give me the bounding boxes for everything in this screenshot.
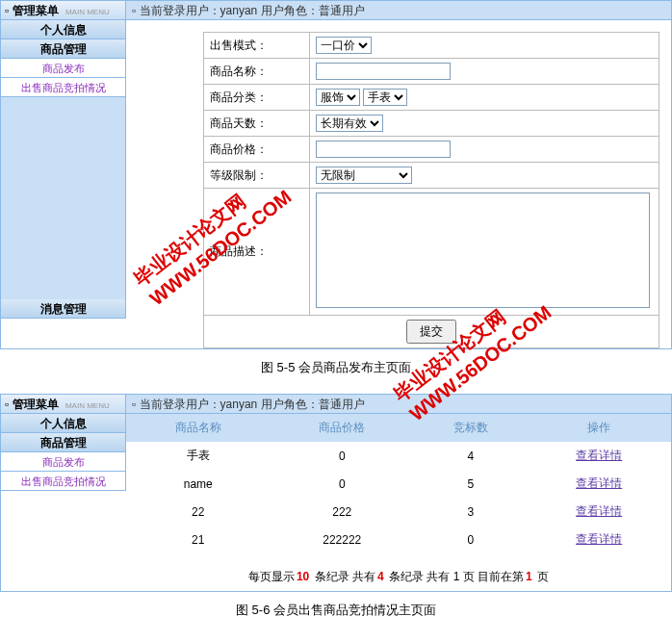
sidebar-2: ▫ 管理菜单 MAIN MENU 个人信息 商品管理 商品发布 出售商品竞拍情况 [1, 395, 126, 491]
label-price: 商品价格： [204, 137, 310, 163]
label-category: 商品分类： [204, 85, 310, 111]
category2-select[interactable]: 手表 [363, 89, 407, 106]
data-table: 商品名称 商品价格 竞标数 操作 手表04查看详情 name05查看详情 222… [126, 414, 671, 553]
table-row: 212222220查看详情 [126, 526, 671, 553]
sidebar-subtitle: MAIN MENU [65, 8, 110, 16]
screenshot-publish: ▫ 管理菜单 MAIN MENU 个人信息 商品管理 商品发布 出售商品竞拍情况… [0, 0, 672, 349]
days-select[interactable]: 长期有效 [316, 115, 383, 132]
table-row: 手表04查看详情 [126, 442, 671, 470]
label-desc: 商品描述： [204, 189, 310, 316]
label-days: 商品天数： [204, 111, 310, 137]
level-select[interactable]: 无限制 [316, 167, 412, 184]
desc-textarea[interactable] [316, 193, 650, 308]
form-table: 出售模式： 一口价 商品名称： 商品分类： 服饰 手表 商品天数： 长期有效 商… [203, 32, 659, 348]
detail-link[interactable]: 查看详情 [576, 532, 622, 546]
price-input[interactable] [316, 141, 451, 158]
sale-mode-select[interactable]: 一口价 [316, 37, 372, 54]
th-op: 操作 [527, 414, 671, 442]
sidebar-header: ▫ 管理菜单 MAIN MENU [1, 1, 125, 20]
detail-link[interactable]: 查看详情 [576, 504, 622, 518]
checkbox-icon: ▫ [5, 398, 9, 411]
detail-link[interactable]: 查看详情 [576, 476, 622, 490]
sidebar-item-auction[interactable]: 出售商品竞拍情况 [1, 78, 125, 97]
sidebar-item-personal[interactable]: 个人信息 [1, 20, 125, 39]
th-price: 商品价格 [271, 414, 415, 442]
pager: 每页显示10 条纪录 共有4 条纪录 共有 1 页 目前在第1 页 [126, 553, 671, 591]
th-name: 商品名称 [126, 414, 271, 442]
checkbox-icon: ▫ [5, 4, 9, 17]
table-header-row: 商品名称 商品价格 竞标数 操作 [126, 414, 671, 442]
status-text: 当前登录用户：yanyan 用户角色：普通用户 [140, 4, 365, 17]
label-sale-mode: 出售模式： [204, 33, 310, 59]
sidebar-gap [1, 97, 125, 299]
status-bar: ▫ 当前登录用户：yanyan 用户角色：普通用户 [126, 1, 671, 20]
sidebar-item-publish[interactable]: 商品发布 [1, 59, 125, 78]
sidebar-item-message[interactable]: 消息管理 [1, 299, 125, 319]
sidebar-item-auction-2[interactable]: 出售商品竞拍情况 [1, 472, 125, 491]
main-auction: ▫ 当前登录用户：yanyan 用户角色：普通用户 商品名称 商品价格 竞标数 … [126, 395, 671, 591]
product-name-input[interactable] [316, 63, 451, 80]
status-text-2: 当前登录用户：yanyan 用户角色：普通用户 [140, 398, 365, 411]
sidebar-title-2: 管理菜单 [13, 398, 59, 411]
submit-button[interactable]: 提交 [406, 320, 456, 344]
sidebar-item-product-2[interactable]: 商品管理 [1, 433, 125, 452]
sidebar-title: 管理菜单 [13, 4, 59, 17]
status-bar-2: ▫ 当前登录用户：yanyan 用户角色：普通用户 [126, 395, 671, 414]
label-product-name: 商品名称： [204, 59, 310, 85]
sidebar-item-publish-2[interactable]: 商品发布 [1, 452, 125, 472]
sidebar-header-2: ▫ 管理菜单 MAIN MENU [1, 395, 125, 414]
sidebar-subtitle-2: MAIN MENU [65, 401, 110, 410]
sidebar: ▫ 管理菜单 MAIN MENU 个人信息 商品管理 商品发布 出售商品竞拍情况… [1, 1, 126, 319]
category1-select[interactable]: 服饰 [316, 89, 360, 106]
main-publish: ▫ 当前登录用户：yanyan 用户角色：普通用户 出售模式： 一口价 商品名称… [126, 1, 671, 348]
form-area: 出售模式： 一口价 商品名称： 商品分类： 服饰 手表 商品天数： 长期有效 商… [126, 20, 671, 348]
sidebar-item-product[interactable]: 商品管理 [1, 39, 125, 59]
caption-5-5: 图 5-5 会员商品发布主页面 [0, 349, 672, 394]
sidebar-item-personal-2[interactable]: 个人信息 [1, 414, 125, 433]
table-row: 222223查看详情 [126, 498, 671, 526]
caption-5-6: 图 5-6 会员出售商品竞拍情况主页面 [0, 592, 672, 636]
label-level: 等级限制： [204, 163, 310, 189]
table-row: name05查看详情 [126, 470, 671, 498]
th-bids: 竞标数 [414, 414, 527, 442]
detail-link[interactable]: 查看详情 [576, 449, 622, 462]
screenshot-auction: ▫ 管理菜单 MAIN MENU 个人信息 商品管理 商品发布 出售商品竞拍情况… [0, 394, 672, 592]
